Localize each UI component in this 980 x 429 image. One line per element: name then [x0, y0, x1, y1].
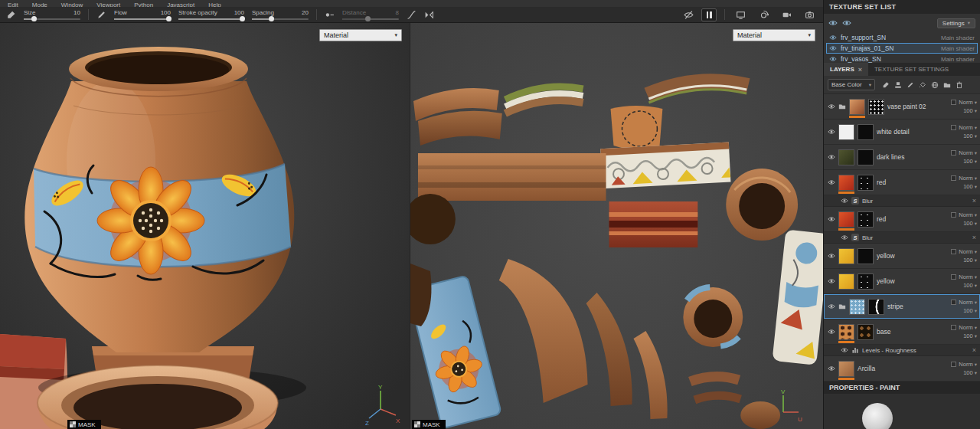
mask-checkbox[interactable]: [951, 325, 956, 330]
viewport-3d[interactable]: Material ▾ Y X Z MASK: [0, 23, 410, 429]
blend-mode-select[interactable]: Norm ▾: [959, 273, 977, 280]
layer-mask-thumbnail[interactable]: [868, 99, 884, 115]
channel-select[interactable]: Base Color ▾: [828, 79, 875, 90]
opacity-select[interactable]: 100 ▾: [963, 332, 977, 339]
hide-ui-eye-icon[interactable]: [684, 10, 694, 20]
display-settings-button[interactable]: [733, 8, 748, 21]
add-mask-icon[interactable]: [919, 81, 926, 89]
falloff-curve-icon[interactable]: [407, 10, 416, 20]
mask-checkbox[interactable]: [951, 100, 956, 105]
mask-checkbox[interactable]: [951, 212, 956, 218]
layer-row[interactable]: yellow Norm ▾ 100 ▾: [824, 244, 980, 269]
mask-checkbox[interactable]: [951, 249, 956, 254]
effect-visibility-icon[interactable]: [841, 234, 848, 241]
blend-mode-select[interactable]: Norm ▾: [959, 248, 977, 255]
texture-set-row[interactable]: frv_support_SN Main shader: [826, 32, 978, 43]
menu-mode[interactable]: Mode: [32, 2, 47, 7]
opacity-select[interactable]: 100 ▾: [963, 107, 977, 114]
menu-edit[interactable]: Edit: [8, 2, 18, 7]
layer-thumbnail[interactable]: [838, 124, 854, 140]
mask-checkbox[interactable]: [951, 274, 956, 280]
opacity-select[interactable]: 100 ▾: [963, 133, 977, 139]
delete-layer-icon[interactable]: [956, 81, 963, 89]
layer-visibility-icon[interactable]: [828, 128, 835, 136]
stroke-opacity-slider[interactable]: [178, 18, 244, 20]
pencil-icon[interactable]: [96, 10, 106, 20]
layer-visibility-icon[interactable]: [828, 215, 835, 223]
opacity-select[interactable]: 100 ▾: [963, 158, 977, 165]
layer-visibility-icon[interactable]: [828, 365, 835, 372]
layer-visibility-icon[interactable]: [828, 303, 835, 310]
screenshot-button[interactable]: [802, 8, 817, 21]
blend-mode-select[interactable]: Norm ▾: [959, 211, 977, 218]
solo-eye-icon[interactable]: [842, 18, 851, 28]
layer-mask-thumbnail[interactable]: [868, 299, 884, 315]
size-control[interactable]: Size10: [24, 9, 80, 20]
layer-thumbnail[interactable]: [838, 273, 854, 290]
blend-mode-select[interactable]: Norm ▾: [959, 299, 977, 306]
layer-visibility-icon[interactable]: [828, 328, 835, 336]
effect-visibility-icon[interactable]: [841, 346, 848, 354]
video-capture-button[interactable]: [779, 8, 794, 21]
opacity-select[interactable]: 100 ▾: [963, 282, 977, 289]
menu-viewport[interactable]: Viewport: [96, 2, 120, 7]
visibility-eye-icon[interactable]: [829, 44, 837, 52]
layer-row-selected[interactable]: stripe Norm ▾ 100 ▾: [824, 294, 980, 319]
size-slider[interactable]: [24, 18, 80, 20]
layer-visibility-icon[interactable]: [828, 252, 835, 260]
add-effect-icon[interactable]: [906, 81, 914, 89]
opacity-select[interactable]: 100 ▾: [963, 220, 977, 227]
spacing-control[interactable]: Spacing20: [252, 9, 309, 20]
close-icon[interactable]: ×: [858, 66, 862, 74]
menu-window[interactable]: Window: [61, 2, 83, 7]
brush-tool-icon[interactable]: [6, 10, 16, 20]
layer-thumbnail[interactable]: [838, 175, 854, 191]
add-folder-icon[interactable]: [943, 81, 951, 89]
layer-row[interactable]: yellow Norm ▾ 100 ▾: [824, 269, 980, 294]
blend-mode-select[interactable]: Norm ▾: [959, 175, 977, 182]
layer-mask-thumbnail[interactable]: [858, 149, 874, 165]
opacity-select[interactable]: 100 ▾: [963, 307, 977, 314]
visibility-eye-icon[interactable]: [829, 55, 837, 63]
mask-checkbox[interactable]: [951, 125, 956, 130]
add-smart-material-icon[interactable]: [931, 81, 939, 89]
blend-mode-select[interactable]: Norm ▾: [959, 361, 977, 368]
brush-preview-circle[interactable]: [862, 403, 893, 429]
tab-layers[interactable]: LAYERS ×: [824, 63, 868, 76]
pause-engine-button[interactable]: [701, 8, 717, 21]
viewport-2d-uv[interactable]: Material ▾ V U MASK: [410, 23, 823, 429]
layer-visibility-icon[interactable]: [828, 277, 835, 285]
layer-thumbnail[interactable]: [849, 99, 865, 115]
flow-control[interactable]: Flow100: [114, 9, 171, 20]
layer-row[interactable]: red Norm ▾ 100 ▾: [824, 207, 980, 232]
settings-button[interactable]: Settings ▾: [937, 18, 975, 28]
layer-visibility-icon[interactable]: [828, 178, 835, 186]
effect-row[interactable]: Levels - Roughness ×: [824, 345, 980, 356]
mask-checkbox[interactable]: [951, 362, 956, 367]
menu-python[interactable]: Python: [134, 2, 153, 7]
layer-thumbnail[interactable]: [849, 299, 865, 315]
blend-mode-select[interactable]: Norm ▾: [959, 99, 977, 106]
mask-checkbox[interactable]: [951, 300, 956, 305]
layer-thumbnail[interactable]: [838, 324, 854, 340]
layer-row[interactable]: vase paint 02 Norm ▾ 100 ▾: [824, 94, 980, 120]
show-all-eye-icon[interactable]: [828, 18, 838, 28]
opacity-select[interactable]: 100 ▾: [963, 183, 977, 190]
opacity-select[interactable]: 100 ▾: [963, 369, 977, 376]
stroke-opacity-control[interactable]: Stroke opacity100: [178, 9, 244, 20]
layer-mask-thumbnail[interactable]: [858, 324, 874, 340]
remove-effect-icon[interactable]: ×: [972, 234, 976, 241]
camera-rotate-button[interactable]: [756, 8, 771, 21]
layer-row[interactable]: red Norm ▾ 100 ▾: [824, 170, 980, 195]
align-dot-icon[interactable]: [325, 10, 335, 20]
effect-visibility-icon[interactable]: [841, 197, 848, 205]
blend-mode-select[interactable]: Norm ▾: [959, 124, 977, 131]
layer-row[interactable]: base Norm ▾ 100 ▾: [824, 319, 980, 345]
layer-thumbnail[interactable]: [838, 211, 854, 228]
remove-effect-icon[interactable]: ×: [972, 197, 976, 205]
layer-row[interactable]: dark lines Norm ▾ 100 ▾: [824, 145, 980, 170]
layer-mask-thumbnail[interactable]: [858, 211, 874, 228]
mask-checkbox[interactable]: [951, 175, 956, 181]
spacing-slider[interactable]: [252, 18, 309, 20]
visibility-eye-icon[interactable]: [829, 34, 837, 41]
